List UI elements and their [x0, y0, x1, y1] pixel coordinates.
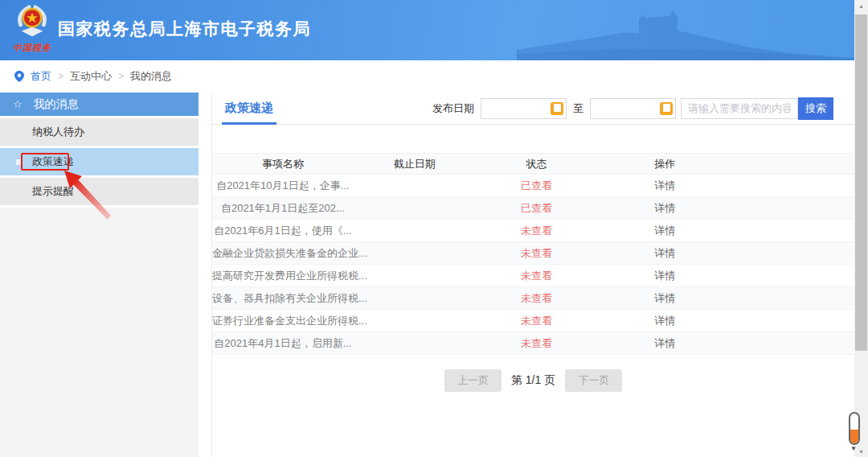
breadcrumb: 首页 > 互动中心 > 我的消息 — [0, 60, 854, 93]
status-badge: 未查看 — [476, 269, 598, 283]
scrollbar-up-arrow-icon[interactable]: ▲ — [854, 3, 868, 9]
main-content: 政策速递 发布日期 至 搜索 — [211, 93, 854, 457]
calendar-icon[interactable] — [551, 102, 563, 115]
table-header-row: 事项名称截止日期状态操作 — [212, 153, 854, 175]
column-header: 操作 — [597, 157, 732, 171]
item-name-cell: 设备、器具扣除有关企业所得税... — [212, 291, 354, 306]
column-header: 截止日期 — [354, 157, 476, 171]
breadcrumb-interaction-center[interactable]: 互动中心 — [70, 69, 112, 84]
column-header: 状态 — [476, 157, 598, 171]
breadcrumb-current: 我的消息 — [130, 69, 172, 84]
status-badge: 未查看 — [476, 336, 598, 351]
item-name-cell: 自2021年1月1日起至202... — [212, 201, 354, 216]
search-button[interactable]: 搜索 — [798, 97, 833, 120]
detail-link[interactable]: 详情 — [597, 269, 732, 283]
tab-policy-express[interactable]: 政策速递 — [222, 93, 276, 125]
tab-label: 政策速递 — [225, 101, 273, 114]
sidebar-item-label: 政策速递 — [32, 155, 74, 167]
star-icon: ☆ — [13, 98, 23, 110]
policy-table: 事项名称截止日期状态操作 自2021年10月1日起，企事...已查看详情自202… — [212, 153, 854, 355]
item-name-cell: 自2021年10月1日起，企事... — [212, 179, 354, 193]
page-info: 第 1/1 页 — [511, 373, 555, 388]
sidebar-item-label: 纳税人待办 — [32, 126, 84, 138]
detail-link[interactable]: 详情 — [597, 291, 732, 306]
content-toolbar: 政策速递 发布日期 至 搜索 — [212, 93, 854, 125]
status-badge: 未查看 — [476, 246, 598, 261]
logo-script-text: 中国税务 — [11, 42, 53, 54]
national-emblem-icon — [13, 3, 51, 40]
date-to-label: 至 — [573, 101, 583, 116]
scrollbar: ▲ ▼ — [854, 0, 868, 457]
table-row: 提高研究开发费用企业所得税税...未查看详情 — [212, 265, 854, 287]
item-name-cell: 金融企业贷款损失准备金的企业... — [212, 246, 354, 261]
table-row: 证券行业准备金支出企业所得税...未查看详情 — [212, 310, 854, 332]
pagination: 上一页 第 1/1 页 下一页 — [212, 369, 854, 392]
autoscroll-down-arrow-icon: ▼ — [850, 445, 857, 452]
table-body: 自2021年10月1日起，企事...已查看详情自2021年1月1日起至202..… — [212, 175, 854, 355]
publish-date-label: 发布日期 — [432, 101, 474, 116]
sidebar-item-label: 提示提醒 — [32, 185, 74, 197]
table-row: 设备、器具扣除有关企业所得税...未查看详情 — [212, 287, 854, 310]
autoscroll-indicator-icon — [849, 412, 860, 445]
table-row: 自2021年1月1日起至202...已查看详情 — [212, 197, 854, 220]
table-row: 自2021年4月1日起，启用新...未查看详情 — [212, 332, 854, 355]
prev-page-button[interactable]: 上一页 — [444, 369, 502, 392]
detail-link[interactable]: 详情 — [597, 224, 732, 238]
sidebar-item-3[interactable]: 提示提醒 — [0, 178, 199, 205]
status-badge: 未查看 — [476, 224, 598, 238]
detail-link[interactable]: 详情 — [597, 314, 732, 328]
status-badge: 已查看 — [476, 201, 598, 216]
status-badge: 未查看 — [476, 291, 598, 306]
sidebar-section-label: 我的消息 — [34, 97, 79, 110]
page: 中国税务 国家税务总局上海市电子税务局 首页 > 互动中心 > 我的消息 ☆ 我… — [0, 0, 868, 457]
column-header: 事项名称 — [212, 157, 354, 171]
sidebar-item-1[interactable]: 纳税人待办 — [0, 118, 199, 146]
detail-link[interactable]: 详情 — [597, 336, 732, 351]
item-name-cell: 证券行业准备金支出企业所得税... — [212, 314, 354, 328]
sidebar-item-2[interactable]: 政策速递 — [0, 148, 199, 175]
search-input[interactable] — [681, 98, 798, 119]
item-name-cell: 提高研究开发费用企业所得税税... — [212, 269, 354, 283]
detail-link[interactable]: 详情 — [597, 246, 732, 261]
sidebar-section-my-messages[interactable]: ☆ 我的消息 — [0, 93, 199, 116]
next-page-button[interactable]: 下一页 — [565, 369, 622, 392]
date-from-field — [481, 98, 567, 119]
body-area: ☆ 我的消息 纳税人待办政策速递提示提醒 政策速递 发布日期 至 — [0, 93, 854, 457]
breadcrumb-separator: > — [118, 71, 124, 82]
active-item-bullet — [16, 159, 22, 165]
date-to-field — [590, 98, 676, 119]
status-badge: 未查看 — [476, 314, 598, 328]
table-row: 自2021年6月1日起，使用《...未查看详情 — [212, 220, 854, 242]
status-badge: 已查看 — [476, 179, 598, 193]
breadcrumb-home[interactable]: 首页 — [31, 69, 51, 84]
item-name-cell: 自2021年6月1日起，使用《... — [212, 224, 354, 238]
table-row: 金融企业贷款损失准备金的企业...未查看详情 — [212, 242, 854, 265]
filter-bar: 发布日期 至 搜索 — [432, 97, 833, 120]
table-row: 自2021年10月1日起，企事...已查看详情 — [212, 175, 854, 197]
calendar-icon[interactable] — [660, 102, 673, 115]
sidebar: ☆ 我的消息 纳税人待办政策速递提示提醒 — [0, 93, 199, 457]
sidebar-items: 纳税人待办政策速递提示提醒 — [0, 116, 199, 205]
location-pin-icon — [14, 71, 24, 82]
tax-bureau-logo: 中国税务 — [11, 3, 53, 54]
detail-link[interactable]: 详情 — [597, 179, 732, 193]
breadcrumb-separator: > — [58, 71, 63, 82]
great-wall-decoration — [517, 0, 854, 60]
detail-link[interactable]: 详情 — [597, 201, 732, 216]
sidebar-filler — [0, 208, 199, 457]
app-header: 中国税务 国家税务总局上海市电子税务局 — [0, 0, 854, 60]
scrollbar-thumb[interactable] — [855, 14, 867, 351]
page-title: 国家税务总局上海市电子税务局 — [58, 18, 311, 40]
item-name-cell: 自2021年4月1日起，启用新... — [212, 336, 354, 351]
autoscroll-fill — [850, 430, 858, 443]
